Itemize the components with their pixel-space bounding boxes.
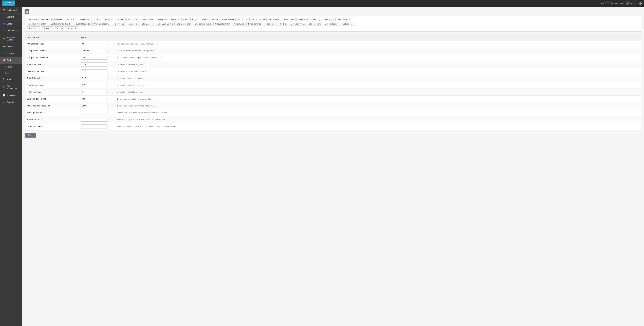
- sidebar-item-live-events[interactable]: ⚡ Live Events ›: [0, 27, 22, 34]
- game-tab-keno[interactable]: Keno: [182, 18, 190, 21]
- marketing-icon: 💬: [3, 94, 6, 97]
- game-tab-ultimate-baccarat[interactable]: Ultimate baccarat: [92, 22, 111, 26]
- chevron-right-icon: ›: [19, 23, 19, 25]
- game-tab-slot-hooligans[interactable]: Slot Hooligans: [323, 22, 339, 26]
- game-tab-slot-zombie-hustle[interactable]: Slot Zombie hustle: [193, 22, 213, 26]
- sidebar-item-casino[interactable]: 🎯 Casino ›: [0, 57, 22, 64]
- topbar-user[interactable]: 👤 admin1: [626, 1, 637, 5]
- game-tab-slot-jackpot-star[interactable]: Slot Jackpot star: [214, 22, 232, 26]
- settings-input-fourth-fiche-value[interactable]: [80, 83, 108, 87]
- chevron-right-icon: ›: [19, 30, 19, 32]
- settings-input-fifth-fiche-value[interactable]: [80, 90, 108, 94]
- sidebar-item-settings[interactable]: 🔧 Settings ›: [0, 76, 22, 83]
- game-tab-slot-arabian[interactable]: Slot arabian: [267, 18, 281, 21]
- breadcrumb-separator: ›: [30, 10, 32, 13]
- chevron-right-icon: ›: [19, 9, 19, 11]
- sidebar-item-finance[interactable]: ◎ Finance ›: [0, 50, 22, 57]
- chevron-right-icon: ›: [19, 87, 19, 89]
- game-tab-roulettes[interactable]: Roulettes: [52, 18, 64, 21]
- game-tab-slot-space[interactable]: Slot space: [156, 18, 168, 21]
- settings-input-second-fiche-value[interactable]: [80, 69, 108, 73]
- settings-hint-fullscreen-mode: Set this to 0 if you do not want to show…: [114, 119, 639, 121]
- game-tab-trotting[interactable]: Trotting: [278, 22, 288, 26]
- sidebar-item-casino-logs[interactable]: Logs: [0, 70, 22, 76]
- game-tab-royal-hot-roulette[interactable]: Royal hot roulette: [73, 22, 92, 26]
- game-tab-high-low[interactable]: High Low: [27, 18, 38, 21]
- settings-hint-first-fiche-value: Value of the first fiche in-game.: [114, 63, 639, 65]
- sidebar-item-label: Finance: [7, 52, 14, 55]
- game-tab-hasselguy[interactable]: Hasselguy: [65, 26, 78, 30]
- game-tab-slot-evil-fred[interactable]: Slot Evil Fred: [140, 22, 155, 26]
- game-tab-slot-money-man[interactable]: Slot Money man: [289, 22, 306, 26]
- game-tab-slot-red-light[interactable]: Slot Red light: [307, 22, 322, 26]
- game-tab-mega-keno[interactable]: Mega Keno: [232, 22, 246, 26]
- chevron-right-icon: ›: [19, 46, 19, 47]
- game-tab-horse-racing[interactable]: Horse Racing: [220, 18, 236, 21]
- game-tab-slot-soccer-3d[interactable]: Slot soccer 3D: [250, 18, 266, 21]
- settings-input-third-fiche-value[interactable]: [80, 76, 108, 80]
- reports-icon: 🏷: [3, 101, 6, 104]
- sidebar-item-label: Users: [7, 23, 12, 25]
- game-tab-baccarat[interactable]: Baccarat: [65, 18, 76, 21]
- game-tab-gentlemens-blackjack[interactable]: Gentlemens BlackJack: [49, 22, 72, 26]
- game-tab-slot-ghost-rider[interactable]: Slot Ghost rider: [175, 22, 192, 26]
- game-tab-slot-ramses[interactable]: Slot ramses: [141, 18, 155, 21]
- game-tab-hustler-poker[interactable]: Hustler poker: [340, 22, 355, 26]
- game-tab-mega-lotto[interactable]: Mega lotto: [127, 22, 140, 26]
- sidebar-item-risk-management[interactable]: 🔧 Risk management ›: [0, 83, 22, 92]
- sidebar-item-casino-settings[interactable]: Settings: [0, 64, 22, 70]
- game-tab-slot-knight[interactable]: Slot knight: [323, 18, 336, 21]
- chevron-right-icon: ›: [19, 53, 19, 54]
- game-tab-bingo[interactable]: Bingo: [190, 18, 199, 21]
- sidebar-item-marketing[interactable]: 💬 Marketing ›: [0, 92, 22, 99]
- logout-icon[interactable]: ⏻: [639, 2, 642, 5]
- game-tab-slot-even-steven[interactable]: Slot Even Steven: [156, 22, 174, 26]
- game-tab-slot-chicken[interactable]: Slot chicken: [126, 18, 140, 21]
- settings-rows: Win occurence (%)Win occurrence percenta…: [25, 40, 641, 130]
- settings-input-card-turn-speed[interactable]: [80, 97, 108, 101]
- settings-row-winloose-text-speed: Win/loose text speed (ms)Time speed dura…: [25, 102, 641, 109]
- game-tab-slot-soccer[interactable]: Slot soccer: [236, 18, 250, 21]
- sidebar-item-prematch-events[interactable]: ⚡ Prematch Events ›: [0, 34, 22, 43]
- game-tab-no-limit-stud[interactable]: No limit stud: [112, 22, 126, 26]
- sidebar-item-tickets[interactable]: 🎫 Tickets ›: [0, 43, 22, 50]
- sidebar-item-reports[interactable]: 🏷 Reports ›: [0, 99, 22, 106]
- settings-input-win-occurrence[interactable]: [80, 42, 108, 46]
- settings-input-winloose-text-speed[interactable]: [80, 104, 108, 108]
- game-tab-rabbit-race[interactable]: Rabbit race: [264, 22, 277, 26]
- sidebar-item-dashboard[interactable]: ⊞ Dashboard ›: [0, 7, 22, 14]
- game-tab-joker-poker[interactable]: Joker poker: [282, 18, 296, 21]
- settings-label-second-fiche-value: Second fiche value: [27, 70, 80, 73]
- settings-input-max-possible-wining-bet[interactable]: [80, 56, 108, 60]
- game-tab-caribbean-stud[interactable]: Caribbean Stud: [77, 18, 94, 21]
- settings-input-show-game-credits[interactable]: [80, 111, 108, 115]
- settings-label-card-turn-speed: Card turn speed (ms): [27, 98, 80, 100]
- settings-input-orientation-alert[interactable]: [80, 125, 108, 129]
- settings-row-first-fiche-value: First fiche valueValue of the first fich…: [25, 61, 641, 68]
- save-button[interactable]: Save: [24, 133, 36, 138]
- game-tab-slot-pirates[interactable]: Slot pirates: [336, 18, 350, 21]
- game-tab-blackjack[interactable]: BlackJack: [39, 18, 52, 21]
- game-tab-bingo-bonanza[interactable]: Bingo bonanza: [246, 22, 263, 26]
- game-tab-greyhound-racing[interactable]: Greyhound Racing: [200, 18, 220, 21]
- settings-input-first-fiche-value[interactable]: [80, 62, 108, 66]
- game-tab-scratch-fruit[interactable]: Scratch fruit: [95, 18, 109, 21]
- settings-input-max-possible-winnings[interactable]: [80, 49, 108, 53]
- home-button[interactable]: 🏠: [24, 9, 29, 14]
- game-tab-slot-fruits[interactable]: Slot fruits: [169, 18, 181, 21]
- game-tab-royal-jacks[interactable]: Royal jacks: [27, 26, 40, 30]
- settings-row-orientation-alert: Orientation alertSet to 0 if you do not …: [25, 123, 641, 130]
- game-tab-diamond-high-or-low[interactable]: Diamond high or low: [27, 22, 48, 26]
- game-tab-royal-red[interactable]: Royal red: [41, 26, 53, 30]
- game-tab-tiki-gold[interactable]: Tiki gold: [54, 26, 64, 30]
- game-tab-jacks-poker[interactable]: Jacks poker: [296, 18, 310, 21]
- settings-row-fifth-fiche-value: Fifth fiche valueValue of the fifth fich…: [25, 89, 641, 96]
- settings-row-third-fiche-value: Third fiche valueValue of the third fich…: [25, 75, 641, 82]
- sidebar-item-users[interactable]: 👤 Users ›: [0, 20, 22, 27]
- game-tab-red-dog[interactable]: Red dog: [311, 18, 322, 21]
- settings-input-fullscreen-mode[interactable]: [80, 118, 108, 122]
- save-btn-container: Save: [24, 130, 641, 140]
- sidebar-item-content[interactable]: ☰ Content ›: [0, 14, 22, 20]
- settings-hint-third-fiche-value: Value of the third fiche in-game.: [114, 77, 639, 79]
- game-tab-slot-christmas[interactable]: Slot Christmas: [109, 18, 126, 21]
